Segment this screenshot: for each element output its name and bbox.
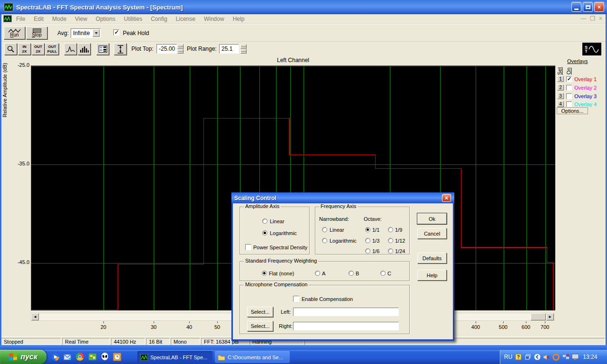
defaults-button[interactable]: Defaults (417, 253, 447, 264)
menu-help[interactable]: Help (229, 15, 249, 23)
show-hidden-icons-button[interactable] (533, 354, 541, 361)
taskbar-clock[interactable]: 13:24 (583, 354, 597, 360)
octave-1-1-radio[interactable] (365, 227, 370, 232)
menu-utilities[interactable]: Utilities (120, 15, 147, 23)
plot-top-spin-down-button[interactable] (177, 49, 184, 54)
overlay-1-set-button[interactable]: 1 (557, 76, 564, 82)
peak-hold-label: Peak Hold (123, 30, 149, 36)
menu-view[interactable]: View (71, 15, 92, 23)
menu-window[interactable]: Window (200, 15, 229, 23)
narrowband-logarithmic-radio[interactable] (322, 238, 327, 243)
overlays-set-label: Set (557, 67, 562, 75)
amplitude-linear-radio[interactable] (262, 218, 267, 224)
chrome-launch-icon[interactable] (76, 353, 84, 361)
octave-1-6-radio[interactable] (365, 248, 370, 254)
mdi-minimize-button[interactable]: — (580, 15, 586, 22)
start-button[interactable]: пуск (0, 350, 46, 364)
menu-file[interactable]: File (12, 15, 29, 23)
overlay-3-set-button[interactable]: 3 (557, 93, 564, 99)
maximize-button[interactable] (583, 2, 593, 12)
mic-right-input[interactable] (293, 322, 399, 330)
scroll-right-button[interactable]: ► (546, 313, 554, 320)
plot-range-spin-up-button[interactable] (240, 44, 247, 49)
plot-range-input[interactable]: 25.1 (219, 44, 239, 54)
peak-curve-icon (66, 46, 75, 53)
x-tick-mark (154, 321, 154, 323)
stop-button[interactable]: Stop (26, 27, 47, 39)
plot-top-input[interactable]: -25.00 (156, 44, 177, 54)
start-button-label: пуск (20, 353, 37, 361)
taskbar-task-spectralab[interactable]: SpectraLAB - FFT Spe... (138, 351, 212, 363)
weighting-b-radio[interactable] (349, 271, 354, 276)
display-settings-icon[interactable] (571, 354, 579, 361)
help-button[interactable]: Help (417, 270, 447, 281)
select-right-button[interactable]: Select... (247, 321, 273, 331)
dialog-titlebar[interactable]: Scaling Control (231, 192, 454, 203)
avg-dropdown-button[interactable] (92, 29, 100, 37)
agent-app-icon[interactable] (552, 354, 560, 361)
mdi-restore-button[interactable]: ❐ (590, 15, 595, 22)
bar-view-button[interactable] (78, 43, 91, 55)
plot-range-spin-down-button[interactable] (240, 49, 247, 54)
menu-edit[interactable]: Edit (29, 15, 48, 23)
email-launch-icon[interactable] (64, 353, 72, 361)
foobar-launch-icon[interactable] (101, 353, 109, 361)
display-options-button[interactable] (96, 43, 109, 55)
weighting-a-radio[interactable] (315, 271, 320, 276)
cancel-button[interactable]: Cancel (417, 228, 447, 239)
overlay-1-checkbox[interactable] (566, 76, 572, 82)
overlay-4-set-button[interactable]: 4 (557, 101, 564, 107)
mic-compensation-group-label: Microphone Compensation (244, 282, 309, 287)
select-left-button[interactable]: Select... (247, 307, 273, 317)
window-title: SpectraLAB - FFT Spectral Analysis Syste… (16, 4, 183, 11)
enable-compensation-checkbox[interactable] (293, 296, 299, 302)
mic-left-input[interactable] (293, 308, 399, 316)
network-disconnected-icon[interactable] (562, 354, 569, 361)
menu-license[interactable]: License (172, 15, 200, 23)
octave-1-3-radio[interactable] (365, 238, 370, 243)
weighting-flat-radio[interactable] (262, 271, 267, 276)
spectrum-view-button[interactable] (64, 43, 77, 55)
status-channels: Mono (171, 338, 200, 345)
overlay-options-button[interactable]: Options... (557, 107, 588, 114)
overlay-2-checkbox[interactable] (566, 85, 572, 91)
overlay-3-checkbox[interactable] (566, 93, 572, 99)
narrowband-linear-radio[interactable] (322, 227, 327, 232)
zoom-out-2x-button[interactable]: OUT 2X (32, 43, 45, 55)
octave-1-9-radio[interactable] (388, 227, 393, 232)
close-button[interactable]: × (594, 2, 604, 12)
peak-hold-checkbox[interactable] (113, 29, 120, 36)
scroll-thumb[interactable] (531, 313, 546, 320)
menu-config[interactable]: Config (147, 15, 172, 23)
explorer-launch-icon[interactable] (88, 353, 97, 361)
octave-1-24-radio[interactable] (388, 248, 393, 254)
scroll-left-button[interactable]: ◄ (31, 313, 39, 320)
psd-checkbox[interactable] (245, 244, 251, 250)
amplitude-range-button[interactable] (114, 43, 127, 55)
weighting-c-radio[interactable] (380, 271, 386, 276)
menu-mode[interactable]: Mode (48, 15, 71, 23)
plot-top-spin-up-button[interactable] (177, 44, 184, 49)
overlay-2-set-button[interactable]: 2 (557, 84, 564, 91)
run-button[interactable]: Run (4, 27, 25, 39)
octave-1-12-radio[interactable] (388, 238, 393, 243)
volume-muted-icon[interactable] (543, 354, 550, 361)
zoom-out-full-button[interactable]: OUT FULL (46, 43, 59, 55)
menu-options[interactable]: Options (92, 15, 120, 23)
minimize-button[interactable] (571, 2, 581, 12)
mdi-close-button[interactable]: × (599, 15, 602, 22)
ok-button[interactable]: Ok (417, 213, 447, 224)
narrowband-label: Narrowband: (319, 216, 349, 222)
avg-select[interactable]: Infinite (71, 28, 101, 38)
overlay-4-checkbox[interactable] (566, 101, 572, 107)
amplitude-logarithmic-radio[interactable] (262, 230, 267, 236)
clock-launch-icon[interactable] (113, 353, 121, 361)
zoom-in-2x-button[interactable]: IN 2X (18, 43, 31, 55)
avg-label: Avg: (57, 30, 69, 36)
taskbar-task-explorer[interactable]: C:\Documents and Se... (215, 351, 290, 363)
media-player-launch-icon[interactable] (51, 353, 60, 361)
language-indicator[interactable]: RU (504, 354, 512, 360)
ime-help-icon[interactable]: ? (515, 354, 522, 361)
restore-window-icon[interactable] (524, 354, 531, 361)
dialog-close-button[interactable]: × (442, 194, 451, 202)
